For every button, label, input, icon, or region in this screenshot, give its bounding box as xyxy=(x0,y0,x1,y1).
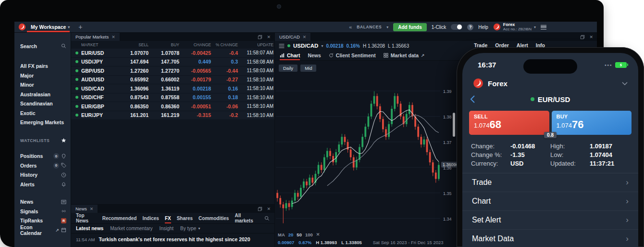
sell-price[interactable]: 0.86350 xyxy=(119,104,149,109)
column-header[interactable]: % CHANGE xyxy=(211,42,238,47)
chevron-down-icon[interactable] xyxy=(622,82,628,85)
close-icon[interactable]: ✕ xyxy=(267,35,271,39)
buy-price[interactable]: 1.27270 xyxy=(149,68,179,74)
sell-price[interactable]: 161.201 xyxy=(119,112,149,118)
subtab-latest-news[interactable]: Latest news xyxy=(76,226,103,231)
price-type-button[interactable]: Mid xyxy=(300,65,316,72)
chart-symbol[interactable]: USD/CAD xyxy=(293,43,318,49)
column-header[interactable]: CHANGE xyxy=(179,42,211,47)
news-tab-fx[interactable]: FX xyxy=(165,213,171,223)
close-icon[interactable]: ✕ xyxy=(303,35,307,39)
new-workspace-button[interactable]: + xyxy=(78,24,82,30)
buy-price[interactable]: 1.36119 xyxy=(149,86,179,91)
news-tab-commodities[interactable]: Commodities xyxy=(198,213,229,223)
news-tab-recommended[interactable]: Recommended xyxy=(102,213,137,223)
sidebar-item-all-fx-pairs[interactable]: All FX pairs xyxy=(20,62,66,71)
subtab-insight[interactable]: Insight xyxy=(160,226,173,231)
sell-price[interactable]: 1.36096 xyxy=(119,86,149,91)
news-search-button[interactable] xyxy=(264,216,270,221)
column-header[interactable]: BUY xyxy=(149,42,179,47)
account-menu[interactable]: Forex Acc no.: ZB2IBN ▾ xyxy=(493,23,536,32)
market-row[interactable]: AUD/USD0.659920.66002-0.00179-0.2711:58:… xyxy=(71,76,274,85)
add-funds-button[interactable]: Add funds xyxy=(393,23,426,31)
help-icon[interactable]: ? xyxy=(467,24,473,30)
news-list-item[interactable]: 11:54 AM Turkish cenbank's net forex res… xyxy=(71,234,274,242)
news-tab-shares[interactable]: Shares xyxy=(177,213,193,223)
sidebar-watchlists[interactable]: WATCHLISTS xyxy=(20,136,66,145)
market-row[interactable]: GBP/USD1.272601.27270-0.00565-0.4411:58:… xyxy=(71,66,274,76)
by-type-dropdown[interactable]: By type ▾ xyxy=(180,226,200,231)
sell-price[interactable]: 0.65992 xyxy=(119,77,149,82)
sell-price[interactable]: 1.07070 xyxy=(119,50,149,56)
timeframe-button[interactable]: Daily xyxy=(279,65,297,72)
menu-icon[interactable] xyxy=(279,44,285,48)
sidebar-item-minor[interactable]: Minor xyxy=(20,80,66,90)
news-tab-indices[interactable]: Indices xyxy=(142,213,159,223)
workspace-tab[interactable]: My Workspace ▾ xyxy=(26,22,74,32)
buy-price[interactable]: 0.86360 xyxy=(149,104,179,109)
sidebar-item-australasian[interactable]: Australasian xyxy=(20,90,66,99)
column-header[interactable]: SELL xyxy=(119,42,149,47)
one-click-toggle[interactable] xyxy=(451,24,462,30)
market-row[interactable]: USD/CAD1.360961.361190.002180.1611:58:10… xyxy=(71,84,274,93)
menu-icon[interactable] xyxy=(541,25,546,29)
close-icon[interactable]: ✕ xyxy=(111,35,115,39)
phone-menu-item[interactable]: Trade› xyxy=(462,173,638,192)
collapse-icon[interactable]: « xyxy=(349,24,352,30)
chevron-down-icon[interactable]: ▾ xyxy=(386,25,388,29)
ma-indicator-legend[interactable]: MA 20 50 100 ✕ xyxy=(278,232,320,237)
tab-chart[interactable]: Chart xyxy=(280,51,300,60)
sidebar-item-orders[interactable]: Orders 0 xyxy=(20,161,66,170)
news-tab-top-news[interactable]: Top News xyxy=(76,213,97,223)
sidebar-item-alerts[interactable]: Alerts xyxy=(20,180,66,189)
sell-price[interactable]: 1.27260 xyxy=(119,68,149,74)
candlestick-chart[interactable] xyxy=(276,65,440,239)
market-row[interactable]: USD/CHF0.875430.875580.001550.1811:58:10… xyxy=(71,93,274,103)
buy-button[interactable]: BUY 1.074 76 xyxy=(552,111,632,135)
buy-price[interactable]: 161.219 xyxy=(149,112,179,118)
phone-menu-item[interactable]: Set Alert› xyxy=(462,211,638,230)
usdcad-tab[interactable]: USD/CAD ✕ xyxy=(275,33,311,41)
phone-menu-item[interactable]: Market Data› xyxy=(462,230,638,247)
sidebar-item-exotic[interactable]: Exotic xyxy=(20,108,66,118)
market-row[interactable]: EUR/USD1.070701.07078-0.00425-0.411:58:0… xyxy=(71,49,274,58)
price-axis[interactable]: 1.36096 1.391.381.371.361.351.34 xyxy=(442,65,457,239)
restore-window-icon[interactable] xyxy=(580,35,585,39)
buy-price[interactable]: 1.07078 xyxy=(149,50,179,56)
sell-price[interactable]: 0.87543 xyxy=(119,94,149,100)
sidebar-item-signals[interactable]: Signals xyxy=(20,207,66,216)
column-header[interactable]: UPDATE xyxy=(238,42,273,47)
close-icon[interactable]: ✕ xyxy=(267,207,271,211)
subtab-market-commentary[interactable]: Market commentary xyxy=(110,226,152,231)
sidebar-item-major[interactable]: Major xyxy=(20,71,66,80)
news-tab[interactable]: News ✕ xyxy=(71,205,98,213)
close-icon[interactable]: ✕ xyxy=(316,232,320,237)
buy-price[interactable]: 147.705 xyxy=(149,59,179,65)
close-icon[interactable]: ✕ xyxy=(90,207,94,211)
column-header[interactable]: MARKET xyxy=(73,42,119,47)
axis-scrollbar[interactable] xyxy=(453,113,455,137)
restore-window-icon[interactable] xyxy=(258,35,262,39)
buy-price[interactable]: 0.66002 xyxy=(149,77,179,82)
restore-window-icon[interactable] xyxy=(258,207,262,211)
market-row[interactable]: EUR/JPY161.201161.219-0.315-0.211:58:10 … xyxy=(71,111,274,120)
sidebar-search[interactable]: Search xyxy=(20,41,66,51)
sell-button[interactable]: SELL 1.074 68 xyxy=(469,111,549,135)
sidebar-item-econ-calendar[interactable]: Econ Calendar ↗ xyxy=(20,225,66,235)
tab-client-sentiment[interactable]: Client Sentiment xyxy=(329,51,376,60)
buy-price[interactable]: 0.87558 xyxy=(149,94,179,100)
tab-news[interactable]: News xyxy=(308,51,321,60)
news-tab-all-markets[interactable]: All markets xyxy=(235,213,259,223)
sidebar-item-emerging-markets[interactable]: Emerging Markets xyxy=(20,118,66,128)
close-icon[interactable]: ✕ xyxy=(589,35,593,39)
balances-button[interactable]: BALANCES xyxy=(357,25,382,29)
phone-menu-item[interactable]: Chart› xyxy=(462,192,638,211)
popular-markets-tab[interactable]: Popular Markets ✕ xyxy=(71,33,120,41)
sidebar-item-scandinavian[interactable]: Scandinavian xyxy=(20,99,66,109)
sidebar-item-positions[interactable]: Positions 0 xyxy=(20,152,66,161)
sell-price[interactable]: 147.694 xyxy=(119,59,149,65)
sidebar-item-history[interactable]: History xyxy=(20,170,66,180)
sidebar-item-news[interactable]: News xyxy=(20,197,66,207)
chevron-down-icon[interactable]: ▾ xyxy=(321,44,323,48)
market-row[interactable]: USD/JPY147.694147.7050.4490.311:58:08 AM xyxy=(71,58,274,67)
